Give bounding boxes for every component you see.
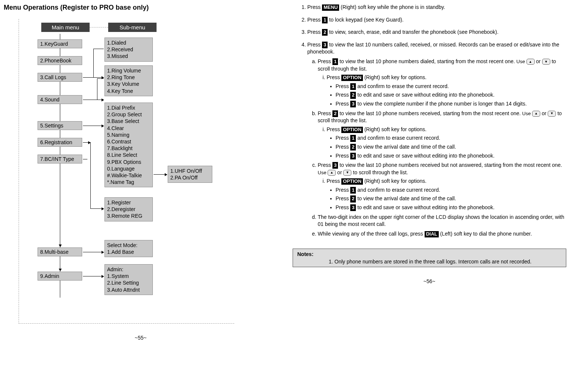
step-4: Press 3 to view the last 10 numbers call… <box>307 41 567 238</box>
s4a-a: Press <box>318 58 333 64</box>
page-number-left: ~55~ <box>4 335 278 341</box>
s4c-b3a: Press <box>336 204 351 210</box>
main-item-calllogs: 3.Call Logs <box>38 73 82 82</box>
notes-box: Notes: Only phone numbers are stored in … <box>293 249 567 267</box>
s4a-i: Press OPTION (Right) soft key for option… <box>327 74 567 107</box>
opt-b3: (Right) soft key for options. <box>363 178 426 184</box>
s4b-bul1: Press 1 and confirm to erase current rec… <box>336 135 567 142</box>
s4b-b2k: 2 <box>350 144 356 150</box>
main-item-keyguard: 1.KeyGuard <box>38 39 82 48</box>
s4c-b3k: 3 <box>350 204 356 211</box>
s4c-b2k: 2 <box>350 195 356 202</box>
option-key-a: OPTION <box>341 75 363 81</box>
trunk-arrow-1 <box>60 166 60 247</box>
key-3c: 3 <box>332 162 338 169</box>
s4c-bul2: Press 2 to view the arrival date and tim… <box>336 195 567 203</box>
opt-a1: Press <box>327 74 342 80</box>
s4c-a: Press <box>318 162 333 168</box>
s4b-bul3: Press 3 to edit and save or save without… <box>336 152 567 160</box>
step4-b: to view the last 10 numbers called, rece… <box>307 42 559 55</box>
page-number-right: ~56~ <box>293 278 567 284</box>
s4b-b3k: 3 <box>350 153 356 159</box>
scroll-c: to scroll through the list. <box>351 169 408 175</box>
sub-settings-12: *.Name Tag <box>107 179 150 185</box>
dashed-connector <box>90 27 108 27</box>
s4a-b2b: to edit and save or save without editing… <box>356 92 495 98</box>
sub-multibase-1: 1.Add Base <box>107 249 150 255</box>
arrow-walkie <box>154 174 167 175</box>
s4c-b: to view the last 10 phone numbers receiv… <box>338 162 562 168</box>
sub-settings-9: 9.PBX Options <box>107 159 150 165</box>
s4a-b1a: Press <box>336 83 351 89</box>
or-b: or <box>540 110 548 116</box>
use-label-c: Use <box>318 170 328 175</box>
main-item-registration: 6.Registration <box>38 138 82 147</box>
or-a: or <box>535 58 542 64</box>
sub-multibase-title: Select Mode: <box>107 242 150 249</box>
step3-a: Press <box>307 29 322 35</box>
s4a-bul2: Press 2 to edit and save or save without… <box>336 91 567 99</box>
up-arrow-icon-b: ▲ <box>532 111 540 117</box>
menu-key: MENU <box>322 4 339 11</box>
step2-b: to lock keypad (see Key Guard). <box>328 17 403 23</box>
up-arrow-icon-c: ▲ <box>328 170 336 176</box>
third-walkie-2: 2.PA On/Off <box>170 174 210 181</box>
s4c-b2a: Press <box>336 195 351 201</box>
key-2: 2 <box>322 29 328 36</box>
step1-b: (Right) soft key while the phone is in s… <box>339 4 445 10</box>
s4c-b2b: to view the arrival date and time of the… <box>356 195 456 201</box>
step-3: Press 2 to view, search, erase, edit and… <box>307 29 567 36</box>
arrow-sound <box>83 100 104 100</box>
sub-multibase: Select Mode: 1.Add Base <box>104 240 153 257</box>
dial-key: DIAL <box>425 231 439 237</box>
notes-1: Only phone numbers are stored in the thr… <box>335 259 562 265</box>
main-item-admin: 9.Admin <box>38 272 82 281</box>
s4b-b1k: 1 <box>350 135 356 142</box>
s4a-b: to view the last 10 phone numbers dialed… <box>338 58 516 64</box>
step-4b: Press 2 to view the last 10 phone number… <box>318 110 567 160</box>
step-2: Press 1 to lock keypad (see Key Guard). <box>307 16 567 24</box>
sub-calllogs-1: 1.Dialed <box>107 39 150 46</box>
vconn-reg <box>90 142 91 208</box>
step4-a: Press <box>307 42 322 48</box>
up-arrow-icon: ▲ <box>526 59 535 65</box>
step-4e: While viewing any of the three call logs… <box>318 230 567 238</box>
third-walkie: 1.UHF On/Off 2.PA On/Off <box>168 166 212 183</box>
key-1a: 1 <box>332 58 338 65</box>
s4b-b2b: to view the arrival date and time of the… <box>356 144 456 150</box>
down-arrow-icon-c: ▼ <box>343 170 351 176</box>
sub-settings-11: #.Walkie-Talkie <box>107 172 150 179</box>
option-key-c: OPTION <box>341 178 363 185</box>
use-label-a: Use <box>516 59 526 64</box>
s4a-b2k: 2 <box>350 92 356 98</box>
main-item-sound: 4.Sound <box>38 95 82 104</box>
sub-admin: Admin: 1.System 2.Line Setting 3.Auto At… <box>104 264 153 295</box>
sub-menu-header: Sub-menu <box>108 23 157 32</box>
s4b-a: Press <box>318 110 333 116</box>
sub-calllogs-3: 3.Missed <box>107 53 150 59</box>
arrow-reg-h1 <box>83 142 90 143</box>
s4a-bul3: Press 3 to view the complete number if t… <box>336 100 567 108</box>
s4c-b3b: to edit and save or save without editing… <box>356 204 495 210</box>
hconn-bcint <box>83 159 87 159</box>
key-3: 3 <box>322 42 328 48</box>
s4a-b2a: Press <box>336 92 351 98</box>
option-key-b: OPTION <box>341 127 363 133</box>
or-c: or <box>336 169 343 175</box>
sub-reg-2: 2.Deregister <box>107 206 150 213</box>
vconn-sound <box>97 78 97 100</box>
instructions-list: Press MENU (Right) soft key while the ph… <box>293 4 567 243</box>
sub-admin-1: 1.System <box>107 273 150 279</box>
sub-settings: 1.Dial Prefix 2.Group Select 3.Base Sele… <box>104 103 153 187</box>
main-item-phonebook: 2.PhoneBook <box>38 56 82 65</box>
s4b-bul2: Press 2 to view the arrival date and tim… <box>336 143 567 151</box>
s4b-b2a: Press <box>336 144 351 150</box>
s4a-b1b: and confirm to erase the current record. <box>356 83 449 89</box>
sub-admin-2: 2.Line Setting <box>107 279 150 286</box>
opt-b2: (Right) soft key for options. <box>363 126 426 132</box>
s4b-b: to view the last 10 phone numbers receiv… <box>338 110 522 116</box>
sub-sound-4: 4.Key Tone <box>107 88 150 94</box>
step-4c: Press 3 to view the last 10 phone number… <box>318 162 567 211</box>
sub-settings-1: 1.Dial Prefix <box>107 104 150 111</box>
hconn-calllogs-top <box>93 49 104 49</box>
